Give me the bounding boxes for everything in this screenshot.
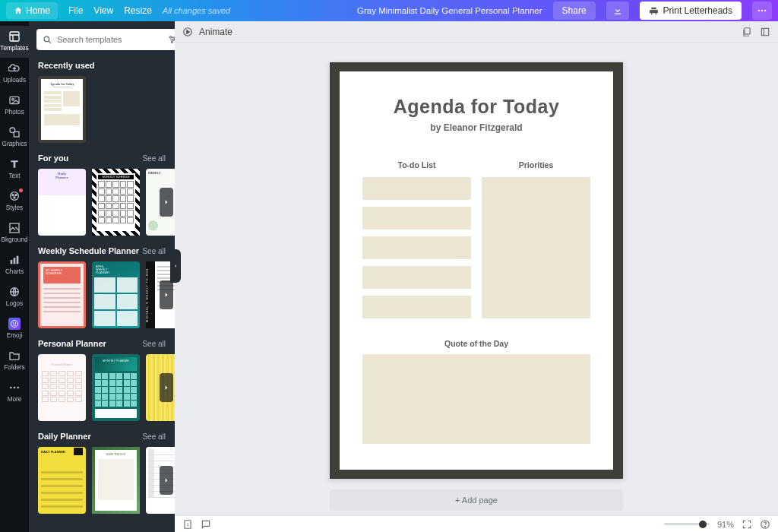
home-label: Home: [26, 5, 50, 16]
nav-label: Text: [8, 173, 20, 179]
nav-label: Bkground: [1, 236, 27, 243]
collapse-panel-button[interactable]: [170, 249, 181, 283]
see-all-link[interactable]: See all: [142, 340, 166, 348]
zoom-slider[interactable]: [664, 523, 710, 525]
quote-box[interactable]: [362, 354, 590, 444]
nav-label: Charts: [5, 268, 24, 275]
template-thumb[interactable]: DAILY PLANNER: [38, 447, 86, 514]
carousel-next-button[interactable]: [160, 466, 173, 495]
svg-point-23: [44, 36, 49, 42]
svg-point-26: [171, 41, 172, 43]
template-thumb[interactable]: SEIZE THE DAY: [92, 447, 140, 514]
svg-text:1: 1: [186, 522, 188, 527]
search-field[interactable]: [57, 35, 162, 44]
section-personal-planner: Personal Planner: [38, 339, 106, 348]
dots-horizontal-icon: [757, 5, 767, 16]
nav-uploads[interactable]: Uploads: [0, 58, 29, 90]
template-thumb[interactable]: Agenda for Today by Eleanor Fitzgerald: [38, 76, 86, 143]
template-thumb[interactable]: WORKOUT SCHEDULE: [92, 169, 140, 236]
nav-emoji[interactable]: Emoji: [0, 313, 29, 345]
carousel-next-button[interactable]: [160, 188, 173, 217]
graphics-icon: [8, 126, 21, 138]
doc-subtitle[interactable]: by Eleanor Fitzgerald: [362, 122, 590, 133]
template-thumb[interactable]: Personal Planner: [38, 354, 86, 421]
fullscreen-button[interactable]: [742, 519, 752, 530]
download-icon: [612, 5, 623, 16]
nav-folders[interactable]: Folders: [0, 345, 29, 377]
carousel-next-button[interactable]: [160, 280, 173, 309]
priorities-box[interactable]: [482, 177, 590, 318]
doc-heading[interactable]: Agenda for Today: [362, 96, 590, 118]
svg-point-17: [11, 321, 18, 328]
svg-point-5: [12, 98, 14, 100]
svg-rect-28: [745, 27, 750, 33]
add-page-button[interactable]: + Add page: [330, 489, 623, 511]
nav-templates[interactable]: Templates: [0, 26, 29, 58]
svg-point-9: [12, 195, 14, 196]
see-all-link[interactable]: See all: [142, 247, 166, 255]
nav-label: Emoji: [7, 332, 22, 339]
todo-item[interactable]: [362, 236, 471, 259]
home-button[interactable]: Home: [6, 2, 58, 19]
more-menu-button[interactable]: [752, 2, 772, 20]
priorities-title[interactable]: Priorities: [482, 160, 590, 169]
emoji-icon: [8, 318, 21, 330]
search-templates-input[interactable]: [36, 29, 175, 50]
todo-item[interactable]: [362, 296, 471, 318]
nav-logos[interactable]: Logos: [0, 281, 29, 313]
template-thumb[interactable]: DailyPlanner: [38, 169, 86, 236]
zoom-level[interactable]: 91%: [717, 520, 734, 529]
duplicate-page-button[interactable]: [742, 27, 752, 37]
zoom-slider-thumb[interactable]: [699, 521, 707, 528]
folders-icon: [8, 350, 21, 362]
nav-label: Photos: [5, 109, 24, 116]
left-nav: Templates Uploads Photos Graphics Text S…: [0, 21, 29, 532]
svg-point-20: [10, 387, 12, 389]
template-thumb[interactable]: MY WEEKLYSCHEDULE: [38, 261, 86, 328]
todo-item[interactable]: [362, 207, 471, 230]
todo-item[interactable]: [362, 177, 471, 200]
logos-icon: [8, 286, 21, 298]
page-manager-button[interactable]: 1: [182, 519, 193, 530]
svg-point-18: [13, 323, 14, 324]
svg-rect-12: [10, 223, 19, 233]
expand-page-button[interactable]: [760, 27, 770, 37]
nav-label: Logos: [6, 300, 23, 307]
nav-charts[interactable]: Charts: [0, 249, 29, 281]
nav-photos[interactable]: Photos: [0, 90, 29, 122]
animate-icon: [182, 27, 193, 37]
nav-more[interactable]: More: [0, 377, 29, 409]
svg-rect-7: [14, 131, 19, 137]
photos-icon: [8, 94, 21, 106]
todo-list-title[interactable]: To-do List: [362, 160, 471, 169]
todo-item[interactable]: [362, 266, 471, 289]
see-all-link[interactable]: See all: [142, 154, 166, 163]
print-letterheads-button[interactable]: Print Letterheads: [640, 2, 742, 20]
file-menu[interactable]: File: [68, 5, 83, 16]
section-weekly-schedule: Weekly Schedule Planner: [38, 246, 139, 255]
nav-bkground[interactable]: Bkground: [0, 217, 29, 249]
nav-text[interactable]: Text: [0, 154, 29, 185]
canvas-page[interactable]: Agenda for Today by Eleanor Fitzgerald T…: [330, 62, 623, 479]
nav-styles[interactable]: Styles: [0, 185, 29, 217]
templates-panel: Recently used Agenda for Today by Eleano…: [29, 21, 175, 532]
template-thumb[interactable]: MONTHLY PLANNER: [92, 354, 140, 421]
section-recently-used: Recently used: [38, 61, 166, 70]
nav-label: Folders: [4, 364, 24, 371]
section-for-you: For you: [38, 154, 68, 163]
download-button[interactable]: [606, 2, 629, 20]
carousel-next-button[interactable]: [160, 373, 173, 402]
notes-button[interactable]: [201, 519, 211, 530]
nav-graphics[interactable]: Graphics: [0, 122, 29, 154]
animate-button[interactable]: Animate: [199, 27, 232, 37]
print-label: Print Letterheads: [663, 5, 732, 16]
share-button[interactable]: Share: [553, 2, 596, 20]
help-button[interactable]: [760, 519, 770, 530]
resize-menu[interactable]: Resize: [124, 5, 152, 16]
quote-title[interactable]: Quote of the Day: [362, 339, 590, 348]
see-all-link[interactable]: See all: [142, 432, 166, 441]
template-thumb[interactable]: APRILWEEKLYPLANNER: [92, 261, 140, 328]
view-menu[interactable]: View: [93, 5, 113, 16]
document-title[interactable]: Gray Minimalist Daily General Personal P…: [357, 6, 542, 15]
filter-icon[interactable]: [166, 33, 175, 46]
